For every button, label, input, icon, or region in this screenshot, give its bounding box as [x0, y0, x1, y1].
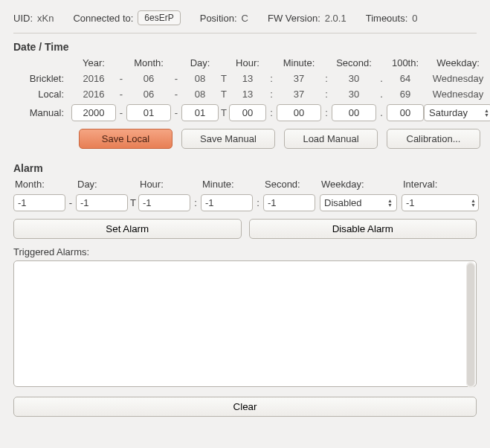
alarm-interval-input[interactable] — [402, 194, 479, 211]
sep-dash: - — [116, 89, 126, 100]
col-second: Second: — [332, 57, 376, 68]
alarm-col-month: Month: — [13, 179, 65, 190]
manual-second-input[interactable] — [332, 104, 376, 121]
connected-label: Connected to: — [73, 13, 133, 24]
timeouts-item: Timeouts: 0 — [366, 13, 418, 24]
bricklet-day: 08 — [181, 73, 219, 84]
manual-100th-input[interactable] — [387, 104, 424, 121]
manual-month-input[interactable] — [126, 104, 171, 121]
sep-colon: : — [190, 197, 201, 208]
bricklet-minute: 37 — [277, 73, 321, 84]
local-day: 08 — [181, 89, 219, 100]
alarm-col-day: Day: — [76, 179, 128, 190]
disable-alarm-button[interactable]: Disable Alarm — [249, 219, 477, 239]
row-local: Local: — [13, 89, 71, 100]
calibration-button[interactable]: Calibration... — [387, 129, 480, 149]
local-month: 06 — [126, 89, 171, 100]
local-weekday: Wednesday — [424, 89, 490, 100]
sep-t: T — [219, 107, 229, 118]
col-100th: 100th: — [387, 57, 424, 68]
timeouts-label: Timeouts: — [366, 13, 408, 24]
sep-colon: : — [253, 197, 263, 208]
datetime-section-title: Date / Time — [13, 41, 477, 53]
status-header: UID: xKn Connected to: 6esErP Position: … — [13, 10, 477, 33]
triggered-alarms-textarea[interactable] — [13, 260, 477, 387]
position-value: C — [242, 13, 248, 24]
sep-dash: - — [171, 73, 181, 84]
manual-weekday-select[interactable]: Saturday — [424, 104, 490, 121]
connected-item: Connected to: 6esErP — [73, 10, 180, 25]
sep-dash: - — [65, 197, 76, 208]
sep-colon: : — [266, 73, 277, 84]
col-year: Year: — [71, 57, 116, 68]
alarm-button-row: Set Alarm Disable Alarm — [13, 219, 477, 239]
alarm-day-input[interactable] — [76, 194, 128, 211]
bricklet-hour: 13 — [229, 73, 266, 84]
scrollbar-thumb[interactable] — [467, 263, 474, 386]
sep-colon: : — [321, 89, 332, 100]
sep-t: T — [219, 89, 229, 100]
alarm-second-input[interactable] — [263, 194, 315, 211]
fw-item: FW Version: 2.0.1 — [268, 13, 346, 24]
alarm-weekday-select[interactable]: Disabled — [320, 194, 397, 211]
alarm-col-hour: Hour: — [138, 179, 190, 190]
sep-dash: - — [171, 89, 181, 100]
col-hour: Hour: — [229, 57, 266, 68]
manual-year-input[interactable] — [71, 104, 116, 121]
manual-day-input[interactable] — [181, 104, 219, 121]
col-minute: Minute: — [277, 57, 321, 68]
sep-colon: : — [321, 107, 332, 118]
bricklet-second: 30 — [332, 73, 376, 84]
sep-t: T — [128, 197, 138, 208]
sep-colon: : — [266, 89, 277, 100]
sep-colon: : — [321, 73, 332, 84]
manual-hour-input[interactable] — [229, 104, 266, 121]
alarm-col-second: Second: — [263, 179, 315, 190]
local-100th: 69 — [387, 89, 424, 100]
alarm-col-minute: Minute: — [201, 179, 253, 190]
bricklet-year: 2016 — [71, 73, 116, 84]
sep-dash: - — [116, 73, 126, 84]
connected-to-button[interactable]: 6esErP — [138, 10, 180, 25]
local-hour: 13 — [229, 89, 266, 100]
scrollbar[interactable] — [466, 262, 475, 388]
set-alarm-button[interactable]: Set Alarm — [13, 219, 242, 239]
col-day: Day: — [181, 57, 219, 68]
col-month: Month: — [126, 57, 171, 68]
position-label: Position: — [200, 13, 237, 24]
row-manual: Manual: — [13, 107, 71, 118]
sep-dot: . — [376, 73, 387, 84]
uid-value: xKn — [37, 13, 54, 24]
sep-dot: . — [376, 89, 387, 100]
sep-dash: - — [116, 107, 126, 118]
alarm-section-title: Alarm — [13, 162, 477, 174]
triggered-alarms-label: Triggered Alarms: — [13, 246, 477, 257]
save-manual-button[interactable]: Save Manual — [181, 129, 275, 149]
manual-minute-input[interactable] — [277, 104, 321, 121]
sep-t: T — [219, 73, 229, 84]
position-item: Position: C — [200, 13, 248, 24]
load-manual-button[interactable]: Load Manual — [284, 129, 378, 149]
local-year: 2016 — [71, 89, 116, 100]
clear-button[interactable]: Clear — [13, 397, 477, 417]
sep-colon: : — [266, 107, 277, 118]
timeouts-value: 0 — [412, 13, 417, 24]
local-minute: 37 — [277, 89, 321, 100]
bricklet-100th: 64 — [387, 73, 424, 84]
alarm-col-weekday: Weekday: — [315, 179, 397, 190]
col-weekday: Weekday: — [424, 57, 490, 68]
datetime-button-row: Save Local Save Manual Load Manual Calib… — [79, 129, 477, 149]
sep-dash: - — [171, 107, 181, 118]
alarm-grid: Month: Day: Hour: Minute: Second: Weekda… — [13, 179, 477, 211]
local-second: 30 — [332, 89, 376, 100]
alarm-hour-input[interactable] — [138, 194, 190, 211]
datetime-grid: Year: Month: Day: Hour: Minute: Second: … — [13, 57, 477, 121]
alarm-minute-input[interactable] — [201, 194, 253, 211]
save-local-button[interactable]: Save Local — [79, 129, 173, 149]
alarm-month-input[interactable] — [13, 194, 65, 211]
uid-item: UID: xKn — [13, 13, 54, 24]
uid-label: UID: — [13, 13, 33, 24]
alarm-col-interval: Interval: — [397, 179, 479, 190]
row-bricklet: Bricklet: — [13, 73, 71, 84]
sep-dot: . — [376, 107, 387, 118]
